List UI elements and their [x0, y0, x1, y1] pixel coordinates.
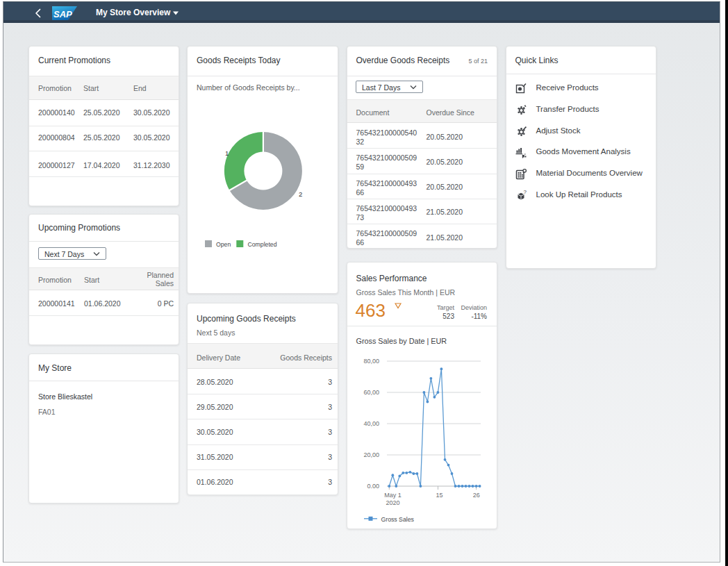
svg-text:20,00: 20,00	[363, 451, 379, 458]
svg-text:2020: 2020	[386, 499, 399, 506]
svg-text:80,00: 80,00	[363, 358, 379, 365]
svg-text:40,00: 40,00	[363, 420, 379, 427]
svg-text:May 1: May 1	[384, 492, 402, 499]
svg-text:Open: Open	[216, 241, 231, 248]
svg-text:1: 1	[225, 149, 229, 157]
svg-text:Gross Sales: Gross Sales	[381, 516, 414, 523]
svg-text:15: 15	[436, 492, 442, 499]
svg-text:0.00: 0.00	[367, 483, 379, 490]
svg-text:26: 26	[472, 492, 479, 499]
svg-text:Completed: Completed	[248, 241, 277, 248]
svg-text:2: 2	[299, 190, 302, 198]
svg-text:?: ?	[523, 190, 527, 195]
svg-text:60,00: 60,00	[363, 389, 379, 396]
svg-text:SAP: SAP	[53, 9, 72, 19]
